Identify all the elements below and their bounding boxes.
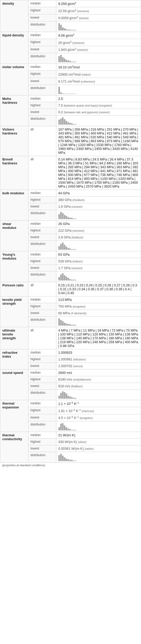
row-label: highest bbox=[28, 196, 56, 203]
bar bbox=[66, 94, 67, 94]
bar bbox=[73, 249, 74, 250]
row-value bbox=[56, 271, 141, 282]
row-value bbox=[56, 210, 141, 220]
row-label: median bbox=[28, 369, 56, 376]
row-value: 60 MPa (4 elements) bbox=[56, 310, 141, 316]
bar bbox=[64, 215, 65, 219]
row-label: median bbox=[28, 296, 56, 303]
row-label: median bbox=[28, 349, 56, 356]
bar bbox=[66, 324, 67, 326]
bar bbox=[60, 212, 62, 219]
value-text: 44 GPa bbox=[58, 191, 70, 195]
row-value: 818 m/s (thallium) bbox=[56, 383, 141, 389]
bar bbox=[60, 424, 62, 430]
property-name: Mohs hardness bbox=[0, 95, 28, 126]
bar bbox=[66, 247, 67, 250]
value-text: 1.000702 (xenon) bbox=[58, 364, 83, 368]
value-text: 818 m/s (thallium) bbox=[58, 384, 83, 388]
value-text: 1.1 × 10−5 K−1 bbox=[58, 402, 79, 406]
property-name: thermal expansion bbox=[0, 400, 28, 432]
row-label: highest bbox=[28, 438, 56, 445]
bar bbox=[64, 28, 65, 30]
row-value: 9.08 g/cm3 bbox=[56, 32, 141, 39]
bar bbox=[69, 123, 71, 125]
value-text: 0.00361 W/(m K) (radon) bbox=[58, 447, 94, 450]
value-text: 380 GPa (rhodium) bbox=[58, 198, 85, 202]
property-name: liquid density bbox=[0, 32, 28, 63]
bar bbox=[58, 396, 60, 399]
property-name: molar volume bbox=[0, 63, 28, 95]
value-text: 0.15 | 0.21 | 0.23 | 0.24 | 0.25 | 0.26 … bbox=[58, 283, 137, 295]
bar bbox=[71, 430, 73, 430]
row-label: highest bbox=[28, 356, 56, 363]
bar bbox=[71, 325, 73, 326]
bar bbox=[60, 119, 62, 125]
bar bbox=[62, 391, 64, 399]
bar bbox=[75, 219, 76, 219]
bar bbox=[75, 280, 76, 280]
bar bbox=[67, 122, 69, 125]
property-name: Young's modulus bbox=[0, 251, 28, 282]
row-value: 1.81 × 10−4 K−1 (mercury) bbox=[56, 407, 141, 414]
bar bbox=[75, 249, 76, 250]
properties-table: densitymedian9.259 g/cm3highest22.59 g/c… bbox=[0, 0, 141, 463]
bar bbox=[64, 457, 65, 461]
bar bbox=[67, 324, 69, 326]
row-value: 0.00361 W/(m K) (radon) bbox=[56, 445, 141, 452]
bar bbox=[73, 62, 74, 62]
value-text: 4 MPa | 7 MPa | 11 MPa | 18 MPa | 72 MPa… bbox=[58, 328, 138, 348]
value-text: 2.5 bbox=[58, 97, 63, 101]
property-name: thermal conductivity bbox=[0, 432, 28, 462]
row-value: 1.000991 (tellurium) bbox=[56, 356, 141, 363]
value-text: 1.000991 (tellurium) bbox=[58, 357, 86, 361]
row-label: distribution bbox=[28, 115, 56, 126]
bar bbox=[66, 277, 67, 280]
property-name: tensile yield strength bbox=[0, 296, 28, 327]
distribution-chart bbox=[58, 242, 139, 250]
row-value: 1.000702 (xenon) bbox=[56, 363, 141, 369]
row-value: 222 GPa (osmium) bbox=[56, 227, 141, 234]
row-value: 2.8 GPa (thallium) bbox=[56, 234, 141, 240]
value-text: 9.259 g/cm3 bbox=[58, 2, 76, 6]
bar bbox=[62, 423, 64, 430]
row-label: distribution bbox=[28, 53, 56, 63]
bar bbox=[75, 325, 76, 326]
value-text: 430 W/(m K) (silver) bbox=[58, 440, 87, 444]
value-text: 2.8 GPa (thallium) bbox=[58, 235, 83, 239]
bar bbox=[69, 460, 71, 461]
row-value: 2.5 bbox=[56, 95, 141, 102]
property-name: bulk modulus bbox=[0, 190, 28, 220]
row-value: 0.0059 g/cm3 (xenon) bbox=[56, 14, 141, 21]
row-value: 1.6 GPa (cesium) bbox=[56, 203, 141, 210]
row-label: distribution bbox=[28, 316, 56, 327]
row-label: median bbox=[28, 63, 56, 70]
row-label: lowest bbox=[28, 109, 56, 115]
bar bbox=[67, 396, 69, 399]
bar bbox=[58, 87, 60, 94]
bar bbox=[73, 325, 74, 326]
row-value: 1.843 g/cm3 (cesium) bbox=[56, 46, 141, 53]
row-label: median bbox=[28, 432, 56, 438]
bar bbox=[67, 30, 69, 30]
row-value: 63 GPa bbox=[56, 251, 141, 258]
value-text: 4.5 × 10−6 K−1 (tungsten) bbox=[58, 416, 93, 420]
bar bbox=[67, 248, 69, 250]
distribution-chart bbox=[58, 318, 139, 326]
bar bbox=[67, 278, 69, 280]
value-text: 750 MPa (tungsten) bbox=[58, 304, 85, 308]
bar bbox=[66, 459, 67, 461]
bar bbox=[64, 392, 65, 399]
row-label: lowest bbox=[28, 234, 56, 240]
value-text: 60 MPa (4 elements) bbox=[58, 311, 87, 315]
row-label: all bbox=[28, 156, 56, 190]
bar bbox=[73, 280, 74, 280]
bar bbox=[62, 57, 64, 62]
bar bbox=[60, 92, 62, 94]
bar bbox=[71, 94, 73, 94]
bar bbox=[73, 219, 74, 219]
row-value: 380 GPa (rhodium) bbox=[56, 196, 141, 203]
bar bbox=[75, 62, 76, 62]
row-label: lowest bbox=[28, 363, 56, 369]
bar bbox=[73, 398, 74, 399]
bar bbox=[58, 23, 60, 30]
